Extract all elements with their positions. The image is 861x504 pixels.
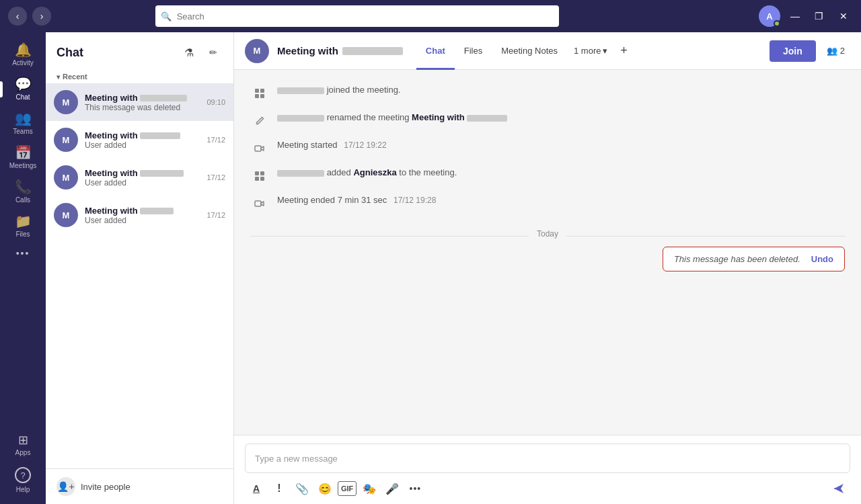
filter-button[interactable]: ⚗	[180, 43, 198, 62]
redacted-author	[277, 87, 324, 94]
avatar: M	[54, 128, 78, 152]
message-text: Meeting ended 7 min 31 sec 17/12 19:28	[277, 194, 436, 207]
avatar: M	[54, 203, 78, 227]
tab-chat[interactable]: Chat	[416, 33, 455, 70]
system-message: renamed the meeting Meeting with	[250, 108, 845, 133]
rename-icon	[250, 112, 269, 130]
chat-info: Meeting with User added	[85, 206, 200, 225]
sidebar-item-calls[interactable]: 📞 Calls	[0, 175, 46, 209]
message-input-box[interactable]: Type a new message	[245, 444, 850, 473]
chat-name: Meeting with	[85, 168, 200, 178]
invite-people-button[interactable]: 👤+ Invite people	[57, 477, 130, 496]
more-icon: •••	[16, 249, 30, 258]
redacted-name	[342, 47, 403, 55]
sidebar-item-chat[interactable]: 💬 Chat	[0, 72, 46, 106]
sidebar-item-meetings[interactable]: 📅 Meetings	[0, 140, 46, 175]
more-tabs-button[interactable]: 1 more ▾	[567, 32, 614, 69]
minimize-button[interactable]: —	[786, 7, 804, 26]
search-input[interactable]	[155, 5, 559, 27]
chat-panel: Chat ⚗ ✏ Recent M Meeting with This mess…	[46, 32, 234, 504]
meeting-title: Meeting with	[277, 45, 403, 56]
sidebar-item-apps[interactable]: ⊞ Apps	[0, 429, 46, 462]
content-header: M Meeting with Chat Files Meeting Notes …	[234, 32, 861, 70]
chevron-down-icon: ▾	[603, 46, 607, 56]
people-icon: 👥	[827, 46, 837, 56]
chat-info: Meeting with This message was deleted	[85, 93, 200, 112]
invite-icon: 👤+	[57, 477, 75, 496]
add-participant-icon	[250, 167, 269, 185]
chat-info: Meeting with User added	[85, 130, 200, 150]
chat-time: 17/12	[207, 136, 225, 144]
today-divider: Today	[250, 218, 845, 244]
svg-rect-2	[255, 94, 259, 98]
new-chat-button[interactable]: ✏	[204, 43, 223, 62]
svg-rect-6	[260, 171, 264, 175]
sidebar-item-more[interactable]: •••	[0, 243, 46, 263]
message-text: renamed the meeting Meeting with	[277, 111, 507, 124]
search-icon: 🔍	[161, 11, 172, 22]
message-input-area: Type a new message A ! 📎 😊 GIF 🎭 🎤 •••	[234, 435, 861, 504]
chat-info: Meeting with User added	[85, 168, 200, 187]
emoji-button[interactable]: 😊	[315, 478, 335, 499]
more-actions-button[interactable]: •••	[405, 478, 425, 499]
sidebar-item-activity[interactable]: 🔔 Activity	[0, 38, 46, 72]
tab-meeting-notes[interactable]: Meeting Notes	[492, 33, 567, 70]
chat-list: M Meeting with This message was deleted …	[46, 83, 233, 468]
close-button[interactable]: ✕	[834, 7, 853, 26]
forward-button[interactable]: ›	[32, 7, 51, 26]
chat-time: 17/12	[207, 211, 225, 219]
redacted-name	[140, 170, 184, 177]
meeting-join-icon	[250, 84, 269, 103]
main-layout: 🔔 Activity 💬 Chat 👥 Teams 📅 Meetings 📞 C…	[0, 32, 861, 504]
system-message: Meeting started 17/12 19:22	[250, 136, 845, 161]
chat-preview: User added	[85, 216, 200, 225]
attach-button[interactable]: 📎	[292, 478, 312, 499]
audio-button[interactable]: 🎤	[382, 478, 402, 499]
send-button[interactable]	[829, 478, 849, 499]
chat-panel-title: Chat	[57, 46, 83, 60]
gif-button[interactable]: GIF	[338, 481, 357, 496]
undo-button[interactable]: Undo	[811, 254, 833, 264]
message-text: added Agnieszka to the meeting.	[277, 166, 457, 179]
meetings-icon: 📅	[15, 146, 32, 159]
redacted-name	[140, 132, 180, 139]
tab-files[interactable]: Files	[455, 33, 492, 70]
join-button[interactable]: Join	[770, 40, 816, 62]
sidebar-item-help[interactable]: ? Help	[0, 462, 46, 499]
add-tab-button[interactable]: +	[614, 42, 633, 60]
chat-name: Meeting with	[85, 206, 200, 216]
meeting-avatar: M	[245, 39, 269, 63]
deleted-message-bubble: This message has been deleted. Undo	[663, 247, 845, 271]
header-right: Join 👥 2	[770, 40, 850, 62]
back-button[interactable]: ‹	[8, 7, 27, 26]
apps-icon: ⊞	[18, 434, 28, 446]
system-message: joined the meeting.	[250, 81, 845, 106]
chat-list-item[interactable]: M Meeting with User added 17/12	[46, 159, 233, 196]
format-button[interactable]: A	[246, 478, 266, 499]
redacted-name	[467, 115, 507, 122]
chat-list-item[interactable]: M Meeting with User added 17/12	[46, 121, 233, 159]
svg-rect-5	[255, 171, 259, 175]
sidebar-item-files[interactable]: 📁 Files	[0, 209, 46, 243]
title-bar-right: A — ❐ ✕	[759, 5, 853, 27]
files-icon: 📁	[15, 214, 32, 228]
chat-list-item[interactable]: M Meeting with This message was deleted …	[46, 83, 233, 121]
participants-button[interactable]: 👥 2	[821, 43, 850, 58]
teams-icon: 👥	[15, 112, 32, 125]
system-message: Meeting ended 7 min 31 sec 17/12 19:28	[250, 191, 845, 216]
video-icon	[250, 139, 269, 158]
recent-section-label: Recent	[46, 67, 233, 83]
maximize-button[interactable]: ❐	[810, 7, 829, 26]
chat-preview: User added	[85, 178, 200, 187]
svg-rect-7	[255, 177, 259, 181]
help-icon: ?	[15, 467, 31, 483]
chat-list-item[interactable]: M Meeting with User added 17/12	[46, 196, 233, 234]
avatar[interactable]: A	[759, 5, 780, 27]
sidebar-item-teams[interactable]: 👥 Teams	[0, 106, 46, 140]
input-toolbar: A ! 📎 😊 GIF 🎭 🎤 •••	[245, 478, 850, 499]
svg-rect-4	[255, 146, 261, 151]
activity-icon: 🔔	[15, 43, 32, 56]
priority-button[interactable]: !	[269, 478, 289, 499]
chat-panel-footer: 👤+ Invite people	[46, 468, 233, 504]
sticker-button[interactable]: 🎭	[359, 478, 379, 499]
